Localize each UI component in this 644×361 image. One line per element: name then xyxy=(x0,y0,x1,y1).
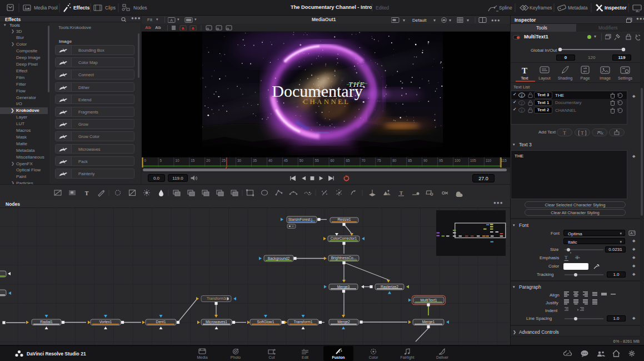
svg-text:Layout: Layout xyxy=(538,76,551,81)
svg-text:Background2: Background2 xyxy=(268,256,290,261)
svg-text:70: 70 xyxy=(362,159,366,162)
svg-text:65: 65 xyxy=(346,159,351,162)
svg-text:StarsinForest.j...: StarsinForest.j... xyxy=(288,217,316,222)
svg-text:85: 85 xyxy=(408,159,412,162)
svg-text:Microwaves1: Microwaves1 xyxy=(206,320,227,324)
svg-text:90: 90 xyxy=(423,159,428,162)
svg-text:10: 10 xyxy=(175,159,179,162)
svg-text:ColorCorrector1: ColorCorrector1 xyxy=(331,236,357,240)
svg-text:▾: ▾ xyxy=(467,18,469,23)
svg-text:105: 105 xyxy=(470,159,476,162)
svg-text:110: 110 xyxy=(486,159,492,162)
svg-text:●●●: ●●● xyxy=(491,18,501,23)
svg-text:▾: ▾ xyxy=(403,18,405,23)
svg-text:25: 25 xyxy=(222,159,226,162)
svg-text:35: 35 xyxy=(253,159,257,162)
svg-text:15: 15 xyxy=(191,159,195,162)
svg-text:5: 5 xyxy=(159,159,162,162)
svg-text:20: 20 xyxy=(206,159,211,162)
svg-text:Image: Image xyxy=(600,76,611,81)
svg-text:Merge2: Merge2 xyxy=(337,320,350,324)
svg-text:Rasterize2: Rasterize2 xyxy=(381,285,398,289)
svg-text:50: 50 xyxy=(299,159,304,162)
svg-text:A: A xyxy=(170,18,173,22)
svg-text:T: T xyxy=(400,190,403,196)
svg-text:T: T xyxy=(521,108,523,113)
svg-text:▾: ▾ xyxy=(433,18,436,23)
svg-text:30: 30 xyxy=(237,159,242,162)
svg-text:T: T xyxy=(85,190,89,196)
svg-text:▾: ▾ xyxy=(449,18,451,23)
svg-text:Merge1: Merge1 xyxy=(422,320,435,324)
svg-text:Resize1: Resize1 xyxy=(337,217,351,221)
svg-text:T: T xyxy=(521,101,523,106)
svg-text:80: 80 xyxy=(392,159,397,162)
svg-text:Page: Page xyxy=(581,76,590,81)
svg-text:T: T xyxy=(522,66,527,75)
svg-text:Vortex1: Vortex1 xyxy=(99,320,112,324)
svg-text:K: K xyxy=(601,132,603,135)
svg-text:MultiText1: MultiText1 xyxy=(420,298,437,302)
svg-text:95: 95 xyxy=(439,159,443,162)
svg-text:SoftGlow1: SoftGlow1 xyxy=(257,320,274,324)
svg-text:Radial1: Radial1 xyxy=(40,320,53,324)
svg-text:Default: Default xyxy=(412,18,427,23)
svg-text:Merge3: Merge3 xyxy=(337,285,350,289)
svg-text:0: 0 xyxy=(144,159,147,162)
svg-text:Transform3: Transform3 xyxy=(207,296,226,300)
svg-text:T: T xyxy=(563,131,566,136)
svg-text:Transform1: Transform1 xyxy=(294,320,313,324)
svg-text:a: a xyxy=(192,26,194,31)
svg-text:a: a xyxy=(182,26,184,31)
svg-text:T: T xyxy=(581,131,584,136)
svg-text:100: 100 xyxy=(455,159,461,162)
svg-text:T: T xyxy=(565,255,568,260)
svg-text:45: 45 xyxy=(284,159,288,162)
svg-text:75: 75 xyxy=(377,159,381,162)
svg-text:Text: Text xyxy=(521,76,528,81)
svg-text:60: 60 xyxy=(331,159,335,162)
svg-text:40: 40 xyxy=(268,159,273,162)
svg-text:Dent1: Dent1 xyxy=(156,320,166,324)
svg-text:T: T xyxy=(521,93,523,98)
svg-text:CHANNEL: CHANNEL xyxy=(303,98,351,106)
svg-text:115: 115 xyxy=(501,159,507,162)
svg-text:55: 55 xyxy=(315,159,319,162)
svg-text:Settings: Settings xyxy=(618,76,632,81)
svg-text:BrightnessCo...: BrightnessCo... xyxy=(331,256,357,260)
svg-text:Shading: Shading xyxy=(558,76,572,81)
